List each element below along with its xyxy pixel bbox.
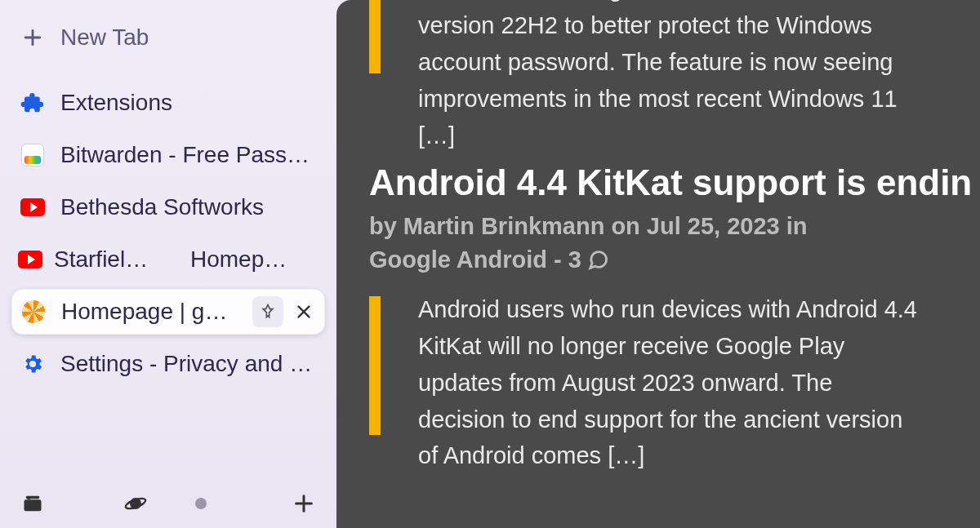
tab-settings[interactable]: Settings - Privacy and s… [11,341,325,387]
tab-homepage-active[interactable]: Homepage | gH… [11,289,325,335]
tab-label: Homepage | gH… [61,299,238,325]
tab-homepage-split[interactable]: Homep… [172,237,325,282]
byline-in: in [786,213,808,240]
new-tab-button[interactable]: New Tab [11,15,325,60]
article-2: Android 4.4 KitKat support is endin by M… [369,162,947,475]
article-excerpt: Enhanced Phishing Protection in Windows … [418,0,924,154]
tab-label: Bethesda Softworks [60,194,317,220]
accent-bar [369,0,381,73]
split-tab-row: Starfiel… Homep… [11,237,325,282]
page-content: Enhanced Phishing Protection in Windows … [336,0,980,528]
svg-point-6 [27,496,31,500]
article-1: Enhanced Phishing Protection in Windows … [369,0,947,154]
puzzle-icon [20,90,46,116]
plus-icon [20,24,46,51]
pin-tab-button[interactable] [252,296,283,327]
byline-sep: - [554,246,562,273]
tab-label: Settings - Privacy and s… [60,351,317,377]
dot-icon[interactable] [185,487,217,520]
gear-icon [20,351,46,377]
accent-bar [369,296,381,435]
comment-count[interactable]: 3 [568,246,609,273]
sidebar-bottom-bar [11,484,325,521]
article-excerpt: Android users who run devices with Andro… [418,291,924,475]
byline-by: by [369,213,397,240]
article-byline: by Martin Brinkmann on Jul 25, 2023 in G… [369,213,947,273]
tab-bethesda[interactable]: Bethesda Softworks [11,184,325,230]
add-workspace-button[interactable] [287,487,320,520]
tab-starfield[interactable]: Starfiel… [11,237,164,282]
byline-category[interactable]: Google Android [369,246,547,273]
tab-label: Extensions [60,90,317,116]
tab-actions [252,296,319,327]
archive-icon[interactable] [16,487,49,520]
sidebar: New Tab Extensions Bitwarden - Free Pass… [0,0,336,528]
youtube-icon [20,194,46,220]
site-icon [20,299,47,325]
planet-icon[interactable] [119,487,152,520]
byline-author[interactable]: Martin Brinkmann [403,213,605,240]
byline-on: on [611,213,639,240]
tab-extensions[interactable]: Extensions [11,80,325,126]
tab-label: Starfiel… [54,246,148,273]
comment-icon [586,248,609,271]
youtube-icon [18,251,42,268]
close-tab-button[interactable] [288,296,319,327]
tab-list: New Tab Extensions Bitwarden - Free Pass… [11,15,325,484]
tab-label: Homep… [190,246,287,273]
svg-point-9 [195,498,207,509]
tab-bitwarden[interactable]: Bitwarden - Free Passw… [11,132,325,178]
article-headline[interactable]: Android 4.4 KitKat support is endin [369,162,947,203]
new-tab-label: New Tab [60,24,317,51]
bitwarden-icon [20,142,46,168]
svg-rect-4 [24,499,42,511]
byline-date: Jul 25, 2023 [647,213,780,240]
tab-label: Bitwarden - Free Passw… [60,142,317,168]
